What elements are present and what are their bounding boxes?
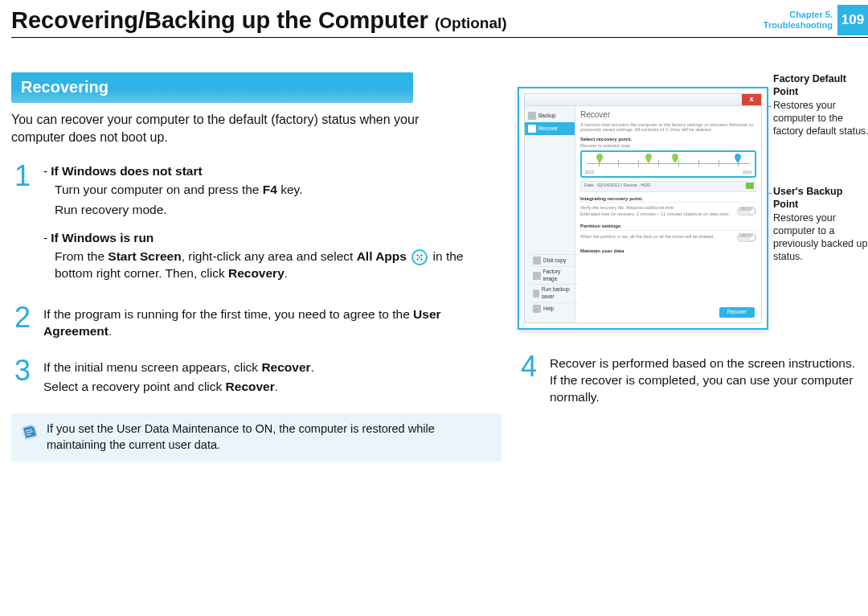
note-text: If you set the User Data Maintenance to … <box>47 421 492 453</box>
callout-user-text: Restores your computer to a previously b… <box>773 211 868 264</box>
page-title: Recovering/Backing up the Computer (Opti… <box>11 5 507 36</box>
step-3-line1: If the initial menu screen appears, clic… <box>43 359 502 376</box>
step-1-number: 1 <box>11 163 34 290</box>
sub-select: Select recovery point. <box>580 136 756 142</box>
chapter-text: Chapter 5. Troubleshooting <box>764 10 837 30</box>
window-body: Backup Recover Disk copy Factory image R… <box>525 106 761 322</box>
step-1a-title: If Windows does not start <box>51 164 202 178</box>
window-main: Recover A function that recovers the com… <box>575 106 761 322</box>
sidebar-item-run-backup[interactable]: Run backup saver <box>530 284 578 302</box>
factory-icon <box>533 272 541 280</box>
sub-userdata: Maintain user data <box>580 248 756 254</box>
integrity-l1: Verify the recovery file. Requires addit… <box>580 205 730 211</box>
callout-user-title: User's Backup Point <box>773 185 868 211</box>
right-column: x Backup Recover Disk copy Factory image… <box>518 72 863 424</box>
backup-icon <box>528 112 536 120</box>
integrity-l2: Estimated time for recovery: 2 minutes ~… <box>580 211 730 217</box>
step-2-text: If the program is running for the first … <box>43 306 502 340</box>
step-1a-line1: Turn your computer on and press the F4 k… <box>55 182 502 199</box>
step-4-body: Recover is performed based on the screen… <box>550 354 863 409</box>
recover-icon <box>528 125 536 133</box>
step-1b-text: From the Start Screen, right-click any a… <box>55 248 502 282</box>
pin-user-3[interactable] <box>735 154 741 163</box>
sub-integrity: Integrating recovery point. <box>580 195 756 202</box>
integrity-row: Verify the recovery file. Requires addit… <box>580 202 756 220</box>
title-sub: (Optional) <box>435 14 507 31</box>
main-desc: A function that recovers the computer to… <box>580 122 756 133</box>
run-icon <box>533 290 539 298</box>
pin-user-2[interactable] <box>672 154 678 163</box>
sidebar-item-backup[interactable]: Backup <box>525 109 575 122</box>
pin-user-1[interactable] <box>645 154 652 163</box>
sidebar-bottom: Disk copy Factory image Run backup saver… <box>530 254 578 314</box>
note-icon <box>19 421 41 443</box>
page-body: Recovering You can recover your computer… <box>0 37 868 462</box>
chapter-line2: Troubleshooting <box>764 20 833 31</box>
step-1: 1 -If Windows does not start Turn your c… <box>11 163 502 290</box>
step-3-number: 3 <box>11 358 34 400</box>
main-title: Recover <box>580 109 756 121</box>
help-icon <box>533 305 541 313</box>
pin-factory[interactable] <box>596 154 603 163</box>
all-apps-icon <box>411 249 428 265</box>
step-3-body: If the initial menu screen appears, clic… <box>43 358 502 400</box>
close-icon[interactable]: x <box>742 94 761 105</box>
date-bar-label: Date : 02/14/2012 | Source : HDD <box>584 183 650 188</box>
timeline-year-b: 2014 <box>743 170 751 175</box>
step-2: 2 If the program is running for the firs… <box>11 305 502 343</box>
sub-select2: Recover to selected state. <box>580 143 756 149</box>
screenshot-area: x Backup Recover Disk copy Factory image… <box>518 72 863 346</box>
title-main: Recovering/Backing up the Computer <box>11 7 435 33</box>
chapter-line1: Chapter 5. <box>764 10 833 20</box>
sidebar-item-recover[interactable]: Recover <box>525 122 575 135</box>
sidebar: Backup Recover Disk copy Factory image R… <box>525 106 575 322</box>
step-4-number: 4 <box>518 354 540 409</box>
sub-partition: Partition settings <box>580 223 756 229</box>
callout-factory-text: Restores your computer to the factory de… <box>773 99 868 138</box>
date-bar: Date : 02/14/2012 | Source : HDD <box>580 181 756 192</box>
timeline-axis <box>585 154 751 170</box>
step-4: 4 Recover is performed based on the scre… <box>518 354 863 409</box>
page-number-badge: 109 <box>837 5 868 35</box>
chapter-info: Chapter 5. Troubleshooting 109 <box>764 5 868 35</box>
step-3-line2: Select a recovery point and click Recove… <box>43 379 502 396</box>
integrity-toggle[interactable]: OFFON <box>737 207 756 216</box>
sidebar-item-disk-copy[interactable]: Disk copy <box>530 254 578 266</box>
date-bar-ok-icon <box>746 183 754 189</box>
sidebar-item-help[interactable]: Help <box>530 302 578 314</box>
step-1a-line2: Run recovery mode. <box>55 202 502 219</box>
step-2-number: 2 <box>11 305 34 343</box>
step-4-text: Recover is performed based on the screen… <box>550 355 863 406</box>
window: x Backup Recover Disk copy Factory image… <box>524 93 762 323</box>
callout-user: User's Backup Point Restores your comput… <box>773 185 868 264</box>
partition-text: When the partition is set, all the data … <box>580 234 714 240</box>
callout-factory-title: Factory Default Point <box>773 72 868 99</box>
header: Recovering/Backing up the Computer (Opti… <box>0 0 868 37</box>
callout-factory: Factory Default Point Restores your comp… <box>773 72 868 138</box>
sidebar-item-factory-image[interactable]: Factory image <box>530 266 578 285</box>
header-rule <box>11 37 868 38</box>
app-screenshot: x Backup Recover Disk copy Factory image… <box>518 87 768 330</box>
step-1a: -If Windows does not start Turn your com… <box>43 163 502 219</box>
left-column: Recovering You can recover your computer… <box>11 72 502 462</box>
recover-button[interactable]: Recover <box>719 307 755 318</box>
step-1b: -If Windows is run From the Start Screen… <box>43 230 502 282</box>
timeline-highlight: 2012 2014 <box>580 150 756 178</box>
partition-row: When the partition is set, all the data … <box>580 230 756 244</box>
note-box: If you set the User Data Maintenance to … <box>11 413 502 461</box>
step-3: 3 If the initial menu screen appears, cl… <box>11 358 502 400</box>
window-titlebar: x <box>525 94 761 106</box>
disk-icon <box>533 257 541 265</box>
section-intro: You can recover your computer to the def… <box>11 111 461 146</box>
step-1b-title: If Windows is run <box>51 231 154 244</box>
partition-toggle[interactable]: OFFON <box>737 233 756 242</box>
timeline-year-a: 2012 <box>585 170 594 175</box>
step-1-body: -If Windows does not start Turn your com… <box>43 163 502 290</box>
section-heading: Recovering <box>11 72 413 103</box>
step-2-body: If the program is running for the first … <box>43 305 502 343</box>
